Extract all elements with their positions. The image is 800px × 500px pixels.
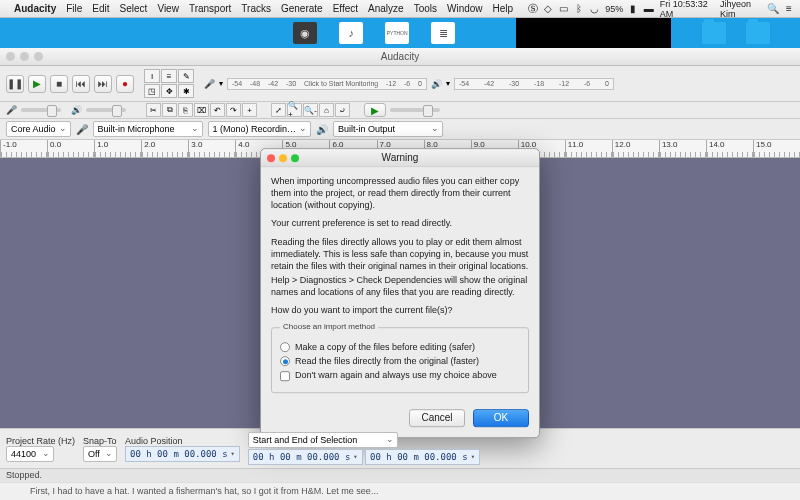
playback-volume-slider[interactable] [86, 108, 126, 112]
timeshift-tool[interactable]: ✥ [161, 84, 177, 98]
menubar-clock[interactable]: Fri 10:53:32 AM [660, 0, 714, 19]
recording-volume-slider[interactable] [21, 108, 61, 112]
recording-device-select[interactable]: Built-in Microphone [93, 121, 203, 137]
undo-button[interactable]: ↷ [226, 103, 241, 117]
menu-help[interactable]: Help [493, 3, 514, 14]
menu-effect[interactable]: Effect [333, 3, 358, 14]
menu-edit[interactable]: Edit [92, 3, 109, 14]
dialog-close-light[interactable] [267, 154, 275, 162]
menubar-app-name[interactable]: Audacity [14, 3, 56, 14]
zoom-light[interactable] [34, 52, 43, 61]
playback-device-select[interactable]: Built-in Output [333, 121, 443, 137]
menu-analyze[interactable]: Analyze [368, 3, 404, 14]
background-window-sliver: First, I had to have a hat. I wanted a f… [0, 482, 800, 500]
audio-position-label: Audio Position [125, 436, 240, 446]
battery-percent[interactable]: 95% [605, 4, 623, 14]
import-method-legend: Choose an import method [280, 323, 378, 334]
record-button[interactable]: ● [116, 75, 134, 93]
battery-icon[interactable]: ▮ [628, 3, 638, 15]
cut-button[interactable]: ✂ [146, 103, 161, 117]
dropbox-icon[interactable]: ◇ [543, 3, 553, 15]
radio-row-copy[interactable]: Make a copy of the files before editing … [280, 341, 520, 353]
rec-meter-hint: Click to Start Monitoring [304, 80, 378, 87]
radio-read[interactable] [280, 357, 290, 367]
fit-project-button[interactable]: ⌂ [319, 103, 334, 117]
zoom-toolbar: ⤢ 🔍+ 🔍- ⌂ ⤾ [271, 103, 350, 117]
fit-selection-button[interactable]: 🔍- [303, 103, 318, 117]
recording-meter[interactable]: -54 -48 -42 -30 Click to Start Monitorin… [227, 78, 427, 90]
zoom-toggle-button[interactable]: ⤾ [335, 103, 350, 117]
playback-meter[interactable]: -54 -42 -30 -18 -12 -6 0 [454, 78, 614, 90]
menu-select[interactable]: Select [120, 3, 148, 14]
copy-button[interactable]: ⧉ [162, 103, 177, 117]
play-at-speed-button[interactable]: ▶ [364, 103, 386, 117]
cancel-button[interactable]: Cancel [409, 409, 465, 427]
status-bar: Stopped. [0, 468, 800, 482]
trim-button[interactable]: ⌧ [194, 103, 209, 117]
close-light[interactable] [6, 52, 15, 61]
project-rate-select[interactable]: 44100 [6, 446, 54, 462]
dialog-minimize-light[interactable] [279, 154, 287, 162]
wifi-icon[interactable]: ◡ [589, 3, 599, 15]
selection-start-field[interactable]: 00 h 00 m 00.000 s [248, 449, 363, 465]
ruler-tick: 13.0 [659, 140, 706, 157]
zoom-out-button[interactable]: 🔍+ [287, 103, 302, 117]
check-row-dontwarn[interactable]: Don't warn again and always use my choic… [280, 370, 520, 382]
notifications-icon[interactable]: ≡ [784, 3, 794, 15]
checkbox-dontwarn[interactable] [280, 371, 290, 381]
skip-start-button[interactable]: ⏮ [72, 75, 90, 93]
radio-row-read[interactable]: Read the files directly from the origina… [280, 356, 520, 368]
selection-mode-select[interactable]: Start and End of Selection [248, 432, 398, 448]
bluetooth-icon[interactable]: ᛒ [574, 3, 584, 15]
menu-transport[interactable]: Transport [189, 3, 231, 14]
paste-button[interactable]: ⎘ [178, 103, 193, 117]
dialog-zoom-light[interactable] [291, 154, 299, 162]
ruler-tick: 2.0 [141, 140, 188, 157]
mac-menu-bar: Audacity File Edit Select View Transport… [0, 0, 800, 18]
menu-window[interactable]: Window [447, 3, 483, 14]
redo-button[interactable]: + [242, 103, 257, 117]
dock-black-segment [516, 18, 671, 48]
dock-itunes-icon[interactable]: ◉ [293, 22, 317, 44]
spotlight-icon[interactable]: 🔍 [767, 3, 779, 15]
track-area[interactable]: Warning When importing uncompressed audi… [0, 158, 800, 428]
device-toolbar: Core Audio 🎤 Built-in Microphone 1 (Mono… [0, 119, 800, 140]
recording-channels-select[interactable]: 1 (Mono) Recordin… [208, 121, 312, 137]
menu-tools[interactable]: Tools [414, 3, 437, 14]
selection-tool[interactable]: I [144, 69, 160, 83]
dock-python-icon[interactable]: PYTHON [385, 22, 409, 44]
snap-to-select[interactable]: Off [83, 446, 117, 462]
audio-position-field[interactable]: 00 h 00 m 00.000 s [125, 446, 240, 462]
transport-toolbar: ❚❚ ▶ ■ ⏮ ⏭ ● I ≡ ✎ ◳ ✥ ✱ 🎤 ▾ -54 -48 -42… [0, 66, 800, 102]
radio-copy[interactable] [280, 342, 290, 352]
play-speed-slider[interactable] [390, 108, 440, 112]
menubar-user[interactable]: Jihyeon Kim [720, 0, 762, 19]
menu-tracks[interactable]: Tracks [241, 3, 271, 14]
stop-button[interactable]: ■ [50, 75, 68, 93]
skype-icon[interactable]: Ⓢ [528, 3, 538, 15]
dock-strip: ◉ ♪ PYTHON ≣ [0, 18, 800, 48]
draw-tool[interactable]: ✎ [178, 69, 194, 83]
zoom-in-button[interactable]: ⤢ [271, 103, 286, 117]
dock-folder-2[interactable] [746, 22, 770, 44]
silence-button[interactable]: ↶ [210, 103, 225, 117]
menu-file[interactable]: File [66, 3, 82, 14]
zoom-tool[interactable]: ◳ [144, 84, 160, 98]
envelope-tool[interactable]: ≡ [161, 69, 177, 83]
audio-host-select[interactable]: Core Audio [6, 121, 71, 137]
menu-view[interactable]: View [157, 3, 179, 14]
pause-button[interactable]: ❚❚ [6, 75, 24, 93]
minimize-light[interactable] [20, 52, 29, 61]
skip-end-button[interactable]: ⏭ [94, 75, 112, 93]
flag-icon[interactable]: ▬ [644, 3, 654, 15]
ok-button[interactable]: OK [473, 409, 529, 427]
menu-generate[interactable]: Generate [281, 3, 323, 14]
selection-end-field[interactable]: 00 h 00 m 00.000 s [365, 449, 480, 465]
dock-folder-1[interactable] [702, 22, 726, 44]
multi-tool[interactable]: ✱ [178, 84, 194, 98]
window-title: Audacity [381, 51, 419, 62]
play-button[interactable]: ▶ [28, 75, 46, 93]
dock-music-icon[interactable]: ♪ [339, 22, 363, 44]
dock-textedit-icon[interactable]: ≣ [431, 22, 455, 44]
display-icon[interactable]: ▭ [559, 3, 569, 15]
